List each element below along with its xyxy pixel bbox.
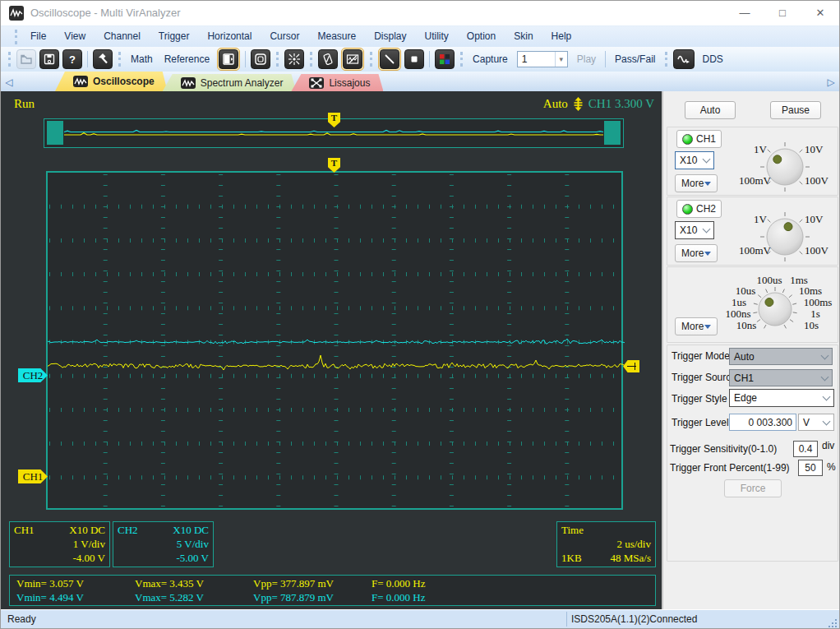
tab-lissajous[interactable]: Lissajous: [291, 74, 383, 91]
title-bar: Oscilloscope - Multi VirAnalyzer — □ ✕: [1, 1, 839, 25]
ch1-probe-select[interactable]: X10: [675, 151, 714, 169]
tab-bar: ◁ Oscilloscope Spectrum Analyzer: [1, 72, 839, 91]
maximize-button[interactable]: □: [764, 1, 801, 25]
ch2-knob-label-10v: 10V: [805, 213, 823, 226]
menu-skin[interactable]: Skin: [505, 26, 542, 47]
status-separator: [566, 612, 567, 627]
stop-button[interactable]: [404, 49, 424, 69]
menu-display[interactable]: Display: [365, 26, 415, 47]
menu-channel[interactable]: Channel: [95, 26, 150, 47]
pause-button[interactable]: Pause: [770, 101, 821, 119]
status-bar: Ready ISDS205A(1.1)(2)Connected: [1, 609, 839, 629]
trigger-sensitivity-label: Trigger Sensitivity(0-1.0): [670, 443, 777, 455]
trigger-mode-select[interactable]: Auto: [729, 348, 833, 365]
ch2-freq: F= 0.000 Hz: [372, 590, 490, 604]
capture-count-select[interactable]: 1 ▾: [517, 51, 568, 67]
ch2-measurements-row: Vmin= 4.494 V Vmax= 5.282 V Vpp= 787.879…: [16, 590, 648, 604]
line-icon: [383, 53, 396, 66]
collapse-button[interactable]: [284, 49, 304, 69]
tb-label-10s: 10s: [804, 319, 819, 332]
color-settings-button[interactable]: [435, 49, 455, 69]
menu-grip: [15, 30, 17, 44]
close-button[interactable]: ✕: [801, 1, 839, 25]
trigger-style-select[interactable]: Edge: [729, 389, 834, 407]
timebase-more-label: More: [681, 321, 704, 332]
stop-square-icon: [408, 53, 421, 66]
menu-help[interactable]: Help: [542, 26, 581, 47]
save-icon: [43, 53, 56, 66]
trigger-level-readout: CH1 3.300 V: [588, 97, 654, 111]
ch2-enable-label: CH2: [696, 203, 716, 215]
ch1-vmin: Vmin= 3.057 V: [16, 576, 135, 590]
tab-spectrum-analyzer[interactable]: Spectrum Analyzer: [163, 74, 297, 91]
full-screen-button[interactable]: [251, 49, 270, 69]
ch2-position-tag[interactable]: CH2: [18, 368, 48, 382]
waveform-plot[interactable]: [46, 171, 623, 510]
trigger-front-input[interactable]: [798, 460, 823, 476]
dds-button[interactable]: [673, 49, 695, 69]
ch1-enable-button[interactable]: CH1: [676, 130, 722, 148]
trigger-level-input[interactable]: [729, 414, 796, 431]
time-info-title: Time: [561, 523, 584, 537]
panel-toggle-active-ring: [217, 48, 240, 71]
trigger-sensitivity-unit: div: [822, 440, 834, 451]
toolbar: ? Math Reference: [1, 47, 839, 72]
ch2-more-label: More: [681, 247, 704, 259]
menu-view[interactable]: View: [55, 26, 95, 47]
menu-horizontal[interactable]: Horizontal: [198, 26, 261, 47]
spectrum-tab-icon: [181, 77, 196, 89]
ch2-probe-select[interactable]: X10: [675, 221, 714, 239]
time-info-box: Time 2 us/div 1KB48 MSa/s: [556, 521, 656, 567]
math-button[interactable]: Math: [125, 53, 159, 65]
trigger-level-arrow[interactable]: [623, 360, 639, 372]
trigger-level-unit-select[interactable]: V: [798, 414, 834, 431]
timebase-more-button[interactable]: More: [675, 317, 718, 335]
ch1-position-tag[interactable]: CH1: [18, 469, 48, 483]
device-button[interactable]: [318, 49, 338, 69]
reference-button[interactable]: Reference: [159, 53, 215, 65]
ch2-more-button[interactable]: More: [675, 244, 718, 262]
tab-oscilloscope[interactable]: Oscilloscope: [55, 72, 168, 91]
wave-display-button[interactable]: [343, 49, 362, 69]
tab-scroll-left[interactable]: ◁: [1, 73, 17, 91]
menu-cursor[interactable]: Cursor: [261, 26, 308, 47]
resize-grip[interactable]: [828, 619, 837, 627]
time-info-depth: 1KB: [561, 551, 582, 565]
app-icon-wave: [9, 6, 24, 21]
menu-trigger[interactable]: Trigger: [150, 26, 199, 47]
menu-option[interactable]: Option: [458, 26, 505, 47]
tools-button[interactable]: [93, 49, 113, 69]
timebase-knob[interactable]: [749, 283, 801, 335]
menu-file[interactable]: File: [21, 26, 55, 47]
trigger-level-unit: V: [803, 417, 810, 428]
trigger-sensitivity-input[interactable]: [793, 441, 818, 457]
line-tool-button[interactable]: [380, 49, 399, 69]
open-button[interactable]: [16, 49, 36, 69]
open-folder-icon: [20, 53, 33, 66]
trigger-source-label: Trigger Source: [672, 372, 736, 383]
play-button[interactable]: Play: [571, 53, 602, 65]
ch2-probe-value: X10: [680, 224, 697, 236]
oscilloscope-tab-icon: [73, 76, 88, 87]
ch2-info-probe: X10 DC: [173, 523, 209, 537]
menu-utility[interactable]: Utility: [416, 26, 458, 47]
force-button[interactable]: Force: [724, 479, 782, 497]
ch1-more-button[interactable]: More: [675, 174, 718, 192]
save-button[interactable]: [39, 49, 59, 69]
trigger-mode-indicator: Auto: [543, 97, 568, 111]
trigger-source-select[interactable]: CH1: [729, 369, 833, 386]
ch1-knob-label-10v: 10V: [805, 143, 823, 156]
tab-scroll-right[interactable]: ▷: [823, 73, 839, 91]
dds-label[interactable]: DDS: [696, 53, 728, 65]
menu-measure[interactable]: Measure: [308, 26, 365, 47]
ch2-knob-label-100v: 100V: [805, 244, 828, 257]
collapse-arrows-icon: [288, 53, 301, 66]
passfail-button[interactable]: Pass/Fail: [609, 53, 661, 65]
ch2-enable-button[interactable]: CH2: [676, 200, 722, 218]
chevron-down-icon: [823, 417, 831, 425]
panel-toggle-icon: [222, 53, 235, 66]
minimize-button[interactable]: —: [726, 1, 764, 25]
panel-toggle-button[interactable]: [219, 49, 238, 69]
help-button[interactable]: ?: [62, 49, 82, 69]
auto-button[interactable]: Auto: [685, 101, 736, 119]
